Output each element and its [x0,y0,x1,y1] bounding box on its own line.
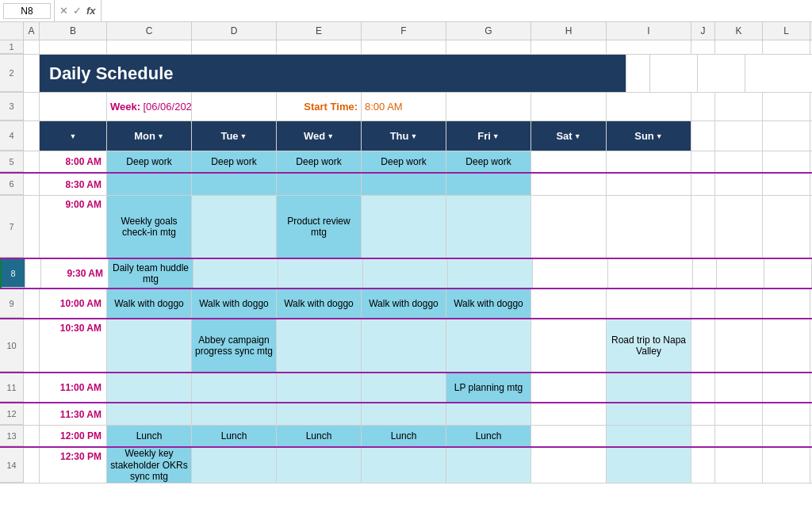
cell-j1[interactable] [691,40,715,54]
cell-wed-1130[interactable] [277,403,362,425]
cell-l11[interactable] [763,373,810,402]
cell-k5[interactable] [715,151,763,172]
cell-sat-930[interactable] [533,259,608,288]
cell-j5[interactable] [691,151,715,172]
thu-dropdown-icon[interactable]: ▼ [410,132,417,140]
cell-k4[interactable] [715,121,763,151]
cell-sat-800[interactable] [531,151,607,172]
cell-mon-1000[interactable]: Walk with doggo [107,289,192,318]
cell-j3[interactable] [691,93,715,120]
cell-l7[interactable] [763,196,810,258]
cell-mon-1100[interactable] [107,373,192,402]
time-1200[interactable]: 12:00 PM [40,426,107,446]
cell-sat-1130[interactable] [531,403,607,425]
cell-k8[interactable] [717,259,764,288]
time-900[interactable]: 9:00 AM [40,196,107,258]
thu-header[interactable]: Thu ▼ [362,121,446,151]
cell-thu-830[interactable] [362,174,446,195]
sat-header[interactable]: Sat ▼ [531,121,607,151]
sat-dropdown-icon[interactable]: ▼ [574,132,581,140]
cell-thu-1000[interactable]: Walk with doggo [362,289,446,318]
col-header-b[interactable]: B [40,22,107,40]
cell-mon-1130[interactable] [107,403,192,425]
sun-header[interactable]: Sun ▼ [607,121,691,151]
cell-l10[interactable] [763,319,810,372]
cell-mon-1230[interactable]: Weekly key stakeholder OKRs sync mtg [107,448,192,483]
cell-j7[interactable] [691,196,715,258]
cell-sun-1130[interactable] [607,403,691,425]
cell-thu-930[interactable] [363,259,448,288]
cell-wed-930[interactable] [278,259,363,288]
cell-a14[interactable] [24,448,40,483]
cell-tue-1030[interactable]: Abbey campaign progress sync mtg [192,319,277,372]
cell-mon-830[interactable] [107,174,192,195]
cell-a11[interactable] [24,373,40,402]
cell-g3[interactable] [446,93,531,120]
cell-j12[interactable] [691,403,715,425]
fri-header[interactable]: Fri ▼ [446,121,531,151]
cell-tue-930[interactable] [193,259,278,288]
cell-f1[interactable] [362,40,446,54]
cell-sat-1230[interactable] [531,448,607,483]
cell-thu-900[interactable] [362,196,446,258]
time-1230[interactable]: 12:30 PM [40,448,107,483]
sun-dropdown-icon[interactable]: ▼ [656,132,663,140]
cell-a12[interactable] [24,403,40,425]
cell-fri-900[interactable] [446,196,531,258]
cell-fri-800[interactable]: Deep work [446,151,531,172]
cell-wed-830[interactable] [277,174,362,195]
cell-mon-900[interactable]: Weekly goals check-in mtg [107,196,192,258]
cell-j4[interactable] [691,121,715,151]
cell-d3[interactable] [192,93,277,120]
cell-e1[interactable] [277,40,362,54]
col-header-a[interactable]: A [24,22,40,40]
cell-sun-900[interactable] [607,196,691,258]
cell-thu-1130[interactable] [362,403,446,425]
mon-dropdown-icon[interactable]: ▼ [157,132,164,140]
cell-sun-1030[interactable]: Road trip to Napa Valley [607,319,691,372]
mon-header[interactable]: Mon ▼ [107,121,192,151]
cell-sat-1200[interactable] [531,426,607,446]
cell-sun-930[interactable] [608,259,693,288]
col-header-d[interactable]: D [192,22,277,40]
cell-k14[interactable] [715,448,763,483]
cell-tue-830[interactable] [192,174,277,195]
cell-sun-830[interactable] [607,174,691,195]
cell-a10[interactable] [24,319,40,372]
cell-sun-1230[interactable] [607,448,691,483]
cell-sat-900[interactable] [531,196,607,258]
cell-sun-1000[interactable] [607,289,691,318]
cell-h3[interactable] [531,93,607,120]
cell-b3[interactable] [40,93,107,120]
cell-j14[interactable] [691,448,715,483]
cell-i3[interactable] [607,93,691,120]
week-label-cell[interactable]: Week: [06/06/2022] [107,93,192,120]
cell-fri-1130[interactable] [446,403,531,425]
cell-l3[interactable] [763,93,810,120]
cell-sun-1100[interactable] [607,373,691,402]
cell-l12[interactable] [763,403,810,425]
cell-wed-1100[interactable] [277,373,362,402]
start-label-cell[interactable]: Start Time: [277,93,362,120]
cell-tue-800[interactable]: Deep work [192,151,277,172]
cell-sat-830[interactable] [531,174,607,195]
cell-fri-1100[interactable]: LP planning mtg [446,373,531,402]
cell-h1[interactable] [531,40,607,54]
cell-tue-900[interactable] [192,196,277,258]
col-header-i[interactable]: I [607,22,691,40]
time-800[interactable]: 8:00 AM [40,151,107,172]
cell-tue-1200[interactable]: Lunch [192,426,277,446]
cell-l9[interactable] [763,289,810,318]
cell-k7[interactable] [715,196,763,258]
col-header-k[interactable]: K [715,22,763,40]
cell-j8[interactable] [693,259,717,288]
cell-thu-1030[interactable] [362,319,446,372]
cell-a1[interactable] [24,40,40,54]
cell-wed-1030[interactable] [277,319,362,372]
cell-mon-800[interactable]: Deep work [107,151,192,172]
cell-l2[interactable] [698,55,745,92]
cell-thu-1200[interactable]: Lunch [362,426,446,446]
cell-mon-930[interactable]: Daily team huddle mtg [109,259,193,288]
cell-j9[interactable] [691,289,715,318]
cell-sun-800[interactable] [607,151,691,172]
